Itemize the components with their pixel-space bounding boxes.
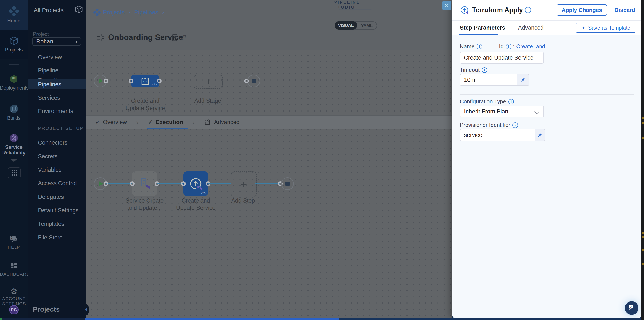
sidebar-item-variables[interactable]: Variables [28, 165, 86, 175]
help-chat-fab[interactable]: ? [625, 301, 638, 315]
step-node-service-create-and-update[interactable]: </> [132, 171, 157, 196]
deployments-icon: ∞ [9, 74, 18, 85]
apps-grid-icon [12, 170, 17, 176]
discard-button[interactable]: Discard [614, 7, 636, 14]
check-icon: ✓ [148, 119, 153, 126]
tab-overview[interactable]: ✓ Overview [95, 119, 127, 126]
all-projects-link[interactable]: All Projects [34, 7, 64, 14]
add-step-label: Add Step [231, 197, 255, 204]
timeout-label: Timeout [460, 67, 480, 73]
sidebar-item-pipeline-executions[interactable]: Pipeline Executions [28, 66, 86, 75]
save-as-template-button[interactable]: Save as Template [576, 23, 636, 33]
chevron-left-icon [85, 308, 88, 312]
configuration-type-select[interactable]: Inherit From Plan [460, 105, 544, 117]
avatar[interactable]: RG [9, 305, 18, 314]
left-nav-rail: Home Projects ∞ Deployments Builds Servi… [0, 0, 28, 318]
sidebar-item-file-store[interactable]: File Store [28, 233, 86, 242]
notes-icon[interactable] [171, 34, 178, 42]
upload-icon [581, 25, 586, 30]
sidebar-item-default-settings[interactable]: Default Settings [28, 206, 86, 215]
pin-icon [520, 77, 526, 83]
tab-advanced-drawer[interactable]: Advanced [518, 25, 544, 31]
timeout-input[interactable] [460, 74, 517, 86]
configuration-type-label: Configuration Type [460, 98, 506, 105]
breadcrumb-link-projects[interactable]: Projects [103, 9, 124, 16]
breadcrumb-link-pipelines[interactable]: Pipelines [134, 9, 158, 16]
pin-icon [538, 132, 543, 138]
provisioner-identifier-input[interactable] [460, 129, 535, 141]
close-drawer-button[interactable]: × [442, 1, 452, 10]
sidebar-item-environments[interactable]: Environments [28, 106, 86, 116]
rail-label-deployments: Deployments [0, 85, 28, 91]
stage-tab-strip: ✓ Overview › ✓ Execution › Advanced [86, 115, 452, 129]
project-setup-section-label: PROJECT SETUP [38, 126, 84, 131]
name-label: Namei [460, 43, 482, 50]
rail-item-home[interactable]: Home [0, 0, 28, 30]
sidebar-item-secrets[interactable]: Secrets [28, 151, 86, 161]
sidebar-item-services[interactable]: Services [28, 93, 86, 103]
timeout-pin-button[interactable] [517, 74, 529, 86]
toggle-yaml[interactable]: YAML [357, 23, 376, 28]
chevron-down-icon [534, 109, 539, 114]
plus-icon: + [206, 76, 211, 88]
sidebar-item-templates[interactable]: Templates [28, 219, 86, 229]
name-input[interactable] [460, 52, 544, 64]
sidebar-footer-projects: Projects [33, 305, 60, 313]
tab-step-parameters[interactable]: Step Parameters [460, 25, 505, 31]
apply-changes-button[interactable]: Apply Changes [556, 5, 607, 16]
sidebar-item-overview[interactable]: Overview [28, 52, 86, 62]
plus-icon: + [240, 178, 247, 191]
timeout-label-row: Timeouti [460, 67, 487, 73]
rail-label-builds: Builds [0, 115, 28, 121]
toggle-visual[interactable]: VISUAL [335, 21, 357, 30]
projects-cube-icon [0, 36, 28, 47]
drawer-tab-bar: Step Parameters Advanced Save as Templat… [452, 21, 642, 35]
rail-item-help[interactable]: ? HELP [0, 235, 28, 250]
add-stage-button[interactable]: + [194, 75, 223, 89]
breadcrumb-separator: › [128, 9, 130, 16]
provisioner-pin-button[interactable] [535, 129, 546, 141]
sidebar-item-access-control[interactable]: Access Control [28, 178, 86, 188]
rail-item-service-reliability[interactable]: Service Reliability [0, 133, 28, 155]
svg-text:</>: </> [143, 80, 147, 83]
provisioner-group [460, 129, 546, 141]
tab-execution[interactable]: ✓ Execution [148, 119, 183, 126]
sidebar-item-pipelines[interactable]: Pipelines [28, 79, 86, 89]
apps-grid-button[interactable] [8, 168, 21, 178]
sidebar-item-connectors[interactable]: Connectors [28, 138, 86, 148]
rail-collapse-caret[interactable] [0, 159, 28, 163]
rail-item-builds[interactable]: Builds [0, 104, 28, 121]
rail-item-projects[interactable]: Projects [0, 30, 28, 59]
tab-advanced[interactable]: Advanced [204, 119, 240, 126]
info-icon: i [482, 67, 487, 73]
all-projects-cube-icon[interactable] [75, 5, 83, 15]
project-name: Rohan [36, 38, 53, 45]
terraform-plan-icon [138, 177, 151, 190]
harness-breadcrumb-icon [94, 9, 101, 17]
add-step-button[interactable]: + [231, 171, 257, 197]
bottom-status-strip [0, 318, 644, 320]
stage-node-create-and-update-service[interactable]: </> </> [131, 75, 159, 87]
rail-item-dashboards[interactable]: DASHBOARDS [0, 262, 28, 277]
sidebar-item-delegates[interactable]: Delegates [28, 192, 86, 202]
name-id-row: Namei Id i : Create_and_... [460, 43, 634, 50]
rail-label-help: HELP [0, 245, 28, 250]
step-node-create-and-update-service-selected[interactable]: </> [184, 171, 208, 196]
rail-label-home: Home [0, 18, 28, 24]
info-icon: i [508, 99, 514, 104]
edit-pencil-icon[interactable]: ✎ [180, 33, 187, 42]
provisioner-identifier-label: Provisioner Identifier [460, 122, 510, 128]
custom-stage-icon: </> [140, 77, 150, 85]
rail-item-deployments[interactable]: ∞ Deployments [0, 74, 28, 91]
window-edge-strip [642, 0, 644, 320]
stage-node-label: Create and Update Service [126, 97, 165, 112]
rail-item-account-settings[interactable]: ⚙ ACCOUNT SETTINGS [0, 287, 28, 306]
sidebar-collapse-handle[interactable] [84, 304, 89, 315]
id-value-link[interactable]: Create_and_... [516, 43, 553, 50]
title-bar: Onboarding Service ✎ [86, 24, 452, 50]
add-stage-label: Add Stage [194, 97, 221, 104]
provisioner-identifier-label-row: Provisioner Identifieri [460, 122, 518, 128]
service-reliability-icon [9, 133, 18, 143]
project-selector[interactable]: Rohan › [32, 37, 81, 46]
id-label: Id [499, 43, 504, 50]
